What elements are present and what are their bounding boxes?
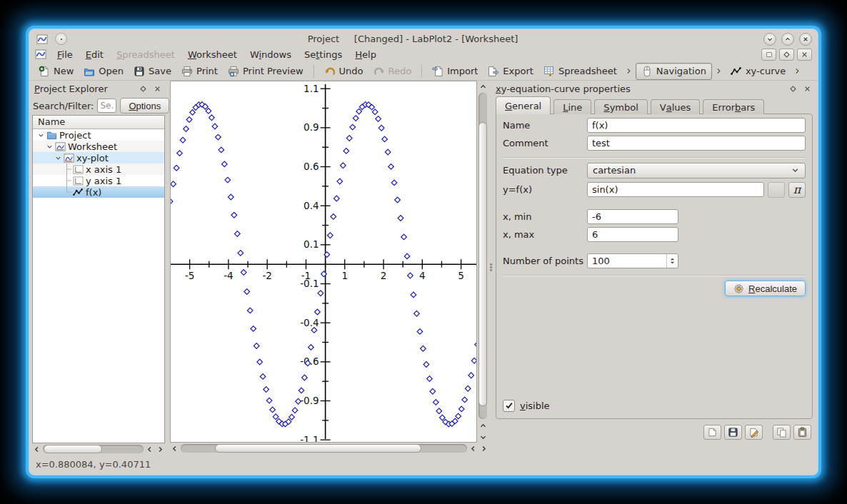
toolbar-extension-icon[interactable] [793, 67, 801, 75]
undo-button[interactable]: Undo [319, 63, 369, 80]
scroll-left-icon[interactable] [145, 444, 154, 454]
template-save-button[interactable] [724, 425, 742, 440]
toolbar-extension-icon[interactable] [715, 67, 723, 75]
scroll-left-icon[interactable] [468, 443, 478, 453]
xy-plot[interactable]: -5-4-2-112451.10.90.60.40.1-0.1-0.4-0.6-… [171, 81, 476, 442]
menu-help[interactable]: Help [349, 49, 383, 61]
expander-icon[interactable] [46, 143, 54, 151]
scroll-up-icon[interactable] [478, 81, 488, 91]
options-button[interactable]: Options [120, 98, 169, 114]
mdi-restore-button[interactable] [761, 49, 776, 61]
dock-float-icon[interactable] [787, 83, 798, 94]
pi-button[interactable]: π [788, 182, 806, 198]
cursor-position: x=0.880084, y=0.40711 [36, 459, 151, 470]
mouse-icon [641, 66, 653, 77]
scroll-thumb[interactable] [44, 445, 102, 453]
svg-text:-0.1: -0.1 [300, 278, 319, 289]
tab-general[interactable]: General [496, 96, 551, 114]
print-button[interactable]: Print [176, 63, 223, 80]
recalculate-button[interactable]: Recalculate [725, 281, 806, 296]
svg-text:-1.1: -1.1 [300, 434, 319, 442]
mdi-float-button[interactable] [779, 49, 794, 61]
dock-close-icon[interactable] [151, 83, 163, 94]
tree-item-y-axis-1[interactable]: y axis 1 [33, 175, 164, 186]
tab-line[interactable]: Line [553, 99, 591, 114]
arrow-down-icon [479, 433, 487, 441]
scroll-right-icon[interactable] [156, 444, 165, 454]
search-filter-input[interactable] [97, 99, 116, 113]
tab-values[interactable]: Values [651, 99, 701, 114]
open-button[interactable]: Open [79, 63, 129, 80]
worksheet-vscrollbar[interactable] [477, 81, 488, 443]
tab-symbol[interactable]: Symbol [594, 99, 647, 114]
splitter-right[interactable]: ••• [488, 81, 493, 455]
toolbar-extension-icon[interactable] [625, 67, 633, 75]
scroll-left-icon[interactable] [170, 443, 179, 453]
new-button[interactable]: New [34, 63, 79, 80]
dock-float-icon[interactable] [137, 83, 149, 94]
spreadsheet-button[interactable]: Spreadsheet [538, 63, 622, 80]
redo-arrow-icon [374, 66, 385, 77]
curve-icon [73, 187, 84, 198]
comment-input[interactable] [587, 136, 806, 151]
menu-settings[interactable]: Settings [298, 49, 349, 61]
x-min-input[interactable] [587, 209, 678, 224]
menu-windows[interactable]: Windows [244, 49, 298, 61]
scroll-right-icon[interactable] [479, 443, 488, 453]
explorer-hscrollbar[interactable] [32, 443, 165, 455]
name-input[interactable] [587, 118, 806, 133]
svg-text:0.4: 0.4 [304, 200, 319, 211]
tree-item-project[interactable]: Project [33, 129, 164, 141]
worksheet-hscrollbar[interactable] [170, 443, 488, 454]
menu-worksheet[interactable]: Worksheet [181, 49, 244, 61]
splitter-left[interactable] [165, 81, 170, 455]
number-of-points-stepper[interactable]: 100 [587, 253, 678, 268]
svg-text:0.1: 0.1 [304, 238, 319, 250]
worksheet-canvas[interactable]: -5-4-2-112451.10.90.60.40.1-0.1-0.4-0.6-… [170, 81, 477, 443]
tree-item-f-x-[interactable]: f(x) [33, 186, 164, 198]
scroll-thumb[interactable] [215, 444, 421, 453]
navigation-button[interactable]: Navigation [636, 63, 712, 80]
print-preview-button[interactable]: Print Preview [223, 63, 309, 80]
paste-button[interactable] [793, 425, 811, 440]
close-button[interactable] [799, 33, 812, 46]
x-max-input[interactable] [587, 227, 678, 242]
import-button[interactable]: Import [427, 63, 483, 80]
window-menu-button[interactable] [55, 33, 67, 45]
tree-item-x-axis-1[interactable]: x axis 1 [33, 163, 164, 175]
maximize-button[interactable] [781, 33, 794, 46]
svg-text:0.6: 0.6 [304, 161, 319, 172]
svg-text:-0.6: -0.6 [300, 356, 319, 367]
equation-type-select[interactable]: cartesian [587, 163, 806, 178]
copy-button[interactable] [773, 425, 791, 440]
menu-edit[interactable]: Edit [79, 49, 110, 61]
export-button[interactable]: Export [483, 63, 538, 80]
tree-item-xy-plot[interactable]: xy-plot [33, 152, 164, 163]
function-input[interactable] [587, 182, 764, 197]
dock-close-icon[interactable] [801, 83, 813, 94]
arrow-left-icon [33, 445, 41, 453]
scroll-left-icon[interactable] [32, 444, 41, 454]
scroll-thumb[interactable] [478, 122, 487, 406]
xy-curve-button[interactable]: xy-curve [726, 63, 791, 80]
scroll-up-icon[interactable] [478, 420, 488, 430]
expander-icon[interactable] [54, 154, 62, 162]
spin-arrows-icon[interactable] [666, 254, 678, 268]
splitter-handle-icon: ••• [488, 263, 493, 272]
template-load-icon [707, 427, 718, 438]
properties-title: xy-equation-curve properties [496, 84, 631, 94]
tree-item-worksheet[interactable]: Worksheet [33, 141, 164, 152]
expander-icon[interactable] [37, 131, 45, 139]
titlebar[interactable]: Project [Changed] - LabPlot2 - [Workshee… [29, 29, 818, 46]
mdi-close-button[interactable] [797, 49, 812, 61]
menu-file[interactable]: File [51, 49, 79, 61]
scroll-down-icon[interactable] [478, 432, 488, 442]
insert-constant-button[interactable] [768, 182, 785, 198]
template-load-button[interactable] [703, 425, 721, 440]
edit-pencil-button[interactable] [745, 425, 763, 440]
minimize-button[interactable] [763, 33, 776, 46]
visible-checkbox[interactable] [503, 400, 515, 412]
save-button[interactable]: Save [129, 63, 176, 80]
print-preview-icon [228, 66, 239, 77]
tab-error-bars[interactable]: Error bars [703, 99, 764, 114]
